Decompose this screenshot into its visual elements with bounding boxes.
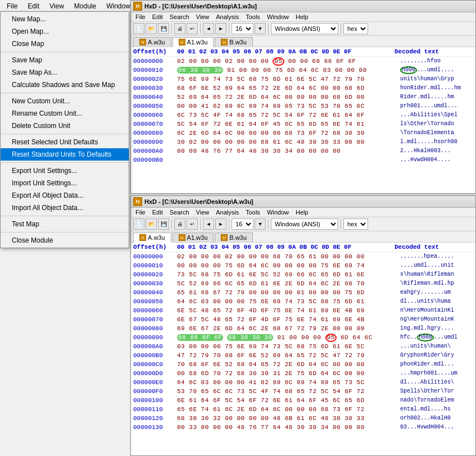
undo-btn-bottom[interactable]: ↩ bbox=[187, 218, 198, 230]
menu-import-unit[interactable]: Import Unit Settings... bbox=[1, 177, 129, 189]
hex-row-top-4: 00000040 52 69 64 65 72 2E 6D 64 6C 00 0… bbox=[131, 93, 475, 102]
menu-calc-shadows[interactable]: Calculate Shadows and Save Map bbox=[1, 79, 129, 91]
view-bottom[interactable]: hex bbox=[343, 218, 368, 230]
hxd-file-top[interactable]: File bbox=[132, 13, 149, 21]
combo-arrow-top[interactable]: ▼ bbox=[255, 23, 266, 34]
blocksize-top[interactable]: 16 bbox=[232, 23, 253, 34]
hxd-file-bottom[interactable]: File bbox=[132, 208, 149, 216]
sep-b3 bbox=[229, 218, 229, 230]
hxd-title-bottom: HxD - [C:\Users\User\Desktop\A.w3u] bbox=[144, 198, 253, 205]
next-btn-bottom[interactable]: ► bbox=[215, 218, 226, 230]
menu-export-unit[interactable]: Export Unit Settings... bbox=[1, 165, 129, 177]
hxd-search-top[interactable]: Search bbox=[166, 13, 193, 21]
view-top[interactable]: hex bbox=[343, 23, 368, 34]
hex-row-b-4: 00000040 65 61 68 67 72 79 00 00 00 00 0… bbox=[131, 288, 475, 297]
save-btn-top[interactable]: 💾 bbox=[158, 23, 169, 34]
combo-arrow-bottom[interactable]: ▼ bbox=[255, 218, 266, 230]
menu-new-map[interactable]: New Map... bbox=[1, 13, 129, 25]
hex-row-top-5: 00000050 00 00 41 62 69 6C 69 74 69 65 7… bbox=[131, 102, 475, 111]
tab-bw3u-top[interactable]: H B.w3u bbox=[215, 37, 253, 47]
menu-open-map[interactable]: Open Map... bbox=[1, 25, 129, 38]
hex-row-top-1: 00000010 66 30 30 30 01 00 00 00 75 6D 6… bbox=[131, 66, 475, 75]
tab-label-bw3u-b: B.w3u bbox=[229, 234, 247, 241]
menu-close-map[interactable]: Close Map bbox=[1, 38, 129, 50]
hxd-window-bottom-menu[interactable]: Window bbox=[264, 208, 292, 216]
hxd-toolbar-top: 📄 📂 💾 🖨 ↩ ◄ ► 16 ▼ Windows (ANSI) hex bbox=[131, 22, 475, 36]
sep4 bbox=[1, 162, 129, 163]
hxd-tabs-bottom: H A.w3u H A1.w3u H B.w3u bbox=[131, 231, 475, 243]
hxd-tabs-top: H A.w3u H A1.w3u H B.w3u bbox=[131, 36, 475, 47]
tab-aw3u-bottom[interactable]: H A.w3u bbox=[133, 232, 171, 243]
sep-t1 bbox=[171, 23, 172, 34]
menu-import-all[interactable]: Import All Object Data... bbox=[1, 202, 129, 214]
file-dropdown: New Map... Open Map... Close Map Save Ma… bbox=[0, 11, 129, 248]
hxd-edit-top[interactable]: Edit bbox=[149, 13, 166, 21]
prev-btn-bottom[interactable]: ◄ bbox=[203, 218, 214, 230]
menu-save-map[interactable]: Save Map bbox=[1, 54, 129, 66]
menu-module[interactable]: Module bbox=[70, 1, 101, 11]
hxd-window-top-menu[interactable]: Window bbox=[264, 13, 292, 21]
next-btn-top[interactable]: ► bbox=[215, 23, 226, 34]
hex-row-b-8: 00000080 69 6E 67 2E 6D 64 6C 2E 68 67 7… bbox=[131, 324, 475, 333]
hxd-tools-bottom[interactable]: Tools bbox=[242, 208, 264, 216]
hxd-edit-bottom[interactable]: Edit bbox=[149, 208, 166, 216]
hex-row-top-b: 000000B0 ...HvwdH004.... bbox=[131, 156, 475, 165]
new-btn-bottom[interactable]: 📄 bbox=[133, 218, 144, 230]
encoding-top[interactable]: Windows (ANSI) bbox=[271, 23, 338, 34]
hxd-tools-top[interactable]: Tools bbox=[242, 13, 264, 21]
hxd-content-bottom: Offset(h) 00 01 02 03 04 05 06 07 08 09 … bbox=[131, 243, 475, 432]
hex-row-b-10: 00000100 6E 61 64 6F 5C 54 6F 72 6E 61 6… bbox=[131, 396, 475, 405]
menu-save-map-as[interactable]: Save Map As... bbox=[1, 66, 129, 79]
sep6 bbox=[1, 232, 129, 232]
hex-row-b-0: 00000000 02 00 00 00 02 00 00 00 68 70 6… bbox=[131, 252, 475, 261]
hex-row-b-d: 000000D0 00 68 6D 70 72 68 30 30 31 2E 7… bbox=[131, 369, 475, 378]
menu-reset-standard[interactable]: Reset Standard Units To Defaults bbox=[1, 148, 129, 161]
hxd-analysis-bottom[interactable]: Analysis bbox=[212, 208, 242, 216]
menu-file[interactable]: File bbox=[2, 1, 22, 11]
print-btn-top[interactable]: 🖨 bbox=[174, 23, 185, 34]
save-btn-bottom[interactable]: 💾 bbox=[158, 218, 169, 230]
open-btn-top[interactable]: 📂 bbox=[146, 23, 157, 34]
hxd-icon-top: H bbox=[133, 2, 142, 11]
sep-t5 bbox=[341, 23, 341, 34]
tab-label-a1w3u: A1.w3u bbox=[187, 39, 208, 45]
menu-view[interactable]: View bbox=[45, 1, 69, 11]
hxd-view-bottom[interactable]: View bbox=[193, 208, 213, 216]
tab-a1w3u-top[interactable]: H A1.w3u bbox=[173, 37, 214, 47]
new-btn-top[interactable]: 📄 bbox=[133, 23, 144, 34]
hxd-window-bottom: H HxD - [C:\Users\User\Desktop\A.w3u] Fi… bbox=[130, 195, 476, 456]
hxd-help-bottom[interactable]: Help bbox=[292, 208, 312, 216]
hxd-title-top: HxD - [C:\Users\User\Desktop\A1.w3u] bbox=[144, 3, 257, 10]
header-bytes-bottom: 00 01 02 03 04 05 06 07 08 09 0A 0B 0C 0… bbox=[177, 244, 395, 250]
sep-t3 bbox=[229, 23, 229, 34]
hex-row-top-9: 00000090 30 02 00 00 00 00 00 68 61 6C 4… bbox=[131, 138, 475, 147]
hxd-search-bottom[interactable]: Search bbox=[166, 208, 193, 216]
menu-close-module[interactable]: Close Module bbox=[1, 234, 129, 247]
prev-btn-top[interactable]: ◄ bbox=[203, 23, 214, 34]
hex-row-b-a: 000000A0 03 00 00 00 75 6E 69 74 73 5C 6… bbox=[131, 342, 475, 351]
hxd-help-top[interactable]: Help bbox=[292, 13, 312, 21]
encoding-bottom[interactable]: Windows (ANSI) bbox=[271, 218, 338, 230]
menu-rename-custom-unit[interactable]: Rename Custom Unit... bbox=[1, 107, 129, 120]
open-btn-bottom[interactable]: 📂 bbox=[146, 218, 157, 230]
hxd-view-top[interactable]: View bbox=[193, 13, 213, 21]
menu-new-custom-unit[interactable]: New Custom Unit... bbox=[1, 95, 129, 107]
hxd-analysis-top[interactable]: Analysis bbox=[212, 13, 242, 21]
menu-edit[interactable]: Edit bbox=[23, 1, 44, 11]
tab-label-a1w3u-b: A1.w3u bbox=[187, 234, 208, 241]
menu-test-map[interactable]: Test Map bbox=[1, 218, 129, 230]
menu-reset-selected[interactable]: Reset Selected Unit Defaults bbox=[1, 136, 129, 148]
tab-a1w3u-bottom[interactable]: H A1.w3u bbox=[173, 232, 214, 242]
tab-bw3u-bottom[interactable]: H B.w3u bbox=[215, 232, 253, 242]
menu-export-all[interactable]: Export All Object Data... bbox=[1, 189, 129, 202]
hex-row-top-0: 00000000 02 00 00 00 02 00 00 00 05 00 0… bbox=[131, 57, 475, 66]
undo-btn-top[interactable]: ↩ bbox=[187, 23, 198, 34]
hex-row-b-9: 00000090 68 66 6F 6F 68 30 30 30 01 00 0… bbox=[131, 333, 475, 342]
blocksize-bottom[interactable]: 16 bbox=[232, 218, 253, 230]
tab-icon-aw3u: H bbox=[139, 39, 146, 45]
tab-aw3u-top[interactable]: H A.w3u bbox=[133, 37, 171, 47]
menu-delete-custom-unit[interactable]: Delete Custom Unit bbox=[1, 120, 129, 132]
print-btn-bottom[interactable]: 🖨 bbox=[174, 218, 185, 230]
header-decoded-top: Decoded text bbox=[395, 48, 473, 55]
tab-label-aw3u-b: A.w3u bbox=[148, 234, 165, 241]
